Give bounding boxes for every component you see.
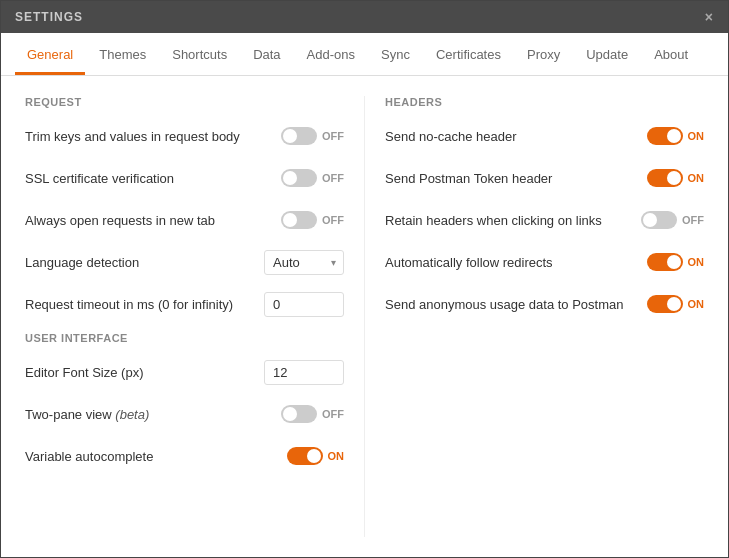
tab-about[interactable]: About [642,33,700,75]
retain-headers-state: OFF [682,214,704,226]
setting-postman-token: Send Postman Token header ON [385,164,704,192]
two-pane-label: Two-pane view (beta) [25,407,281,422]
ssl-toggle[interactable]: OFF [281,169,344,187]
two-pane-track[interactable] [281,405,317,423]
new-tab-thumb [283,213,297,227]
setting-autocomplete: Variable autocomplete ON [25,442,344,470]
autocomplete-state: ON [328,450,345,462]
trim-keys-thumb [283,129,297,143]
ssl-track[interactable] [281,169,317,187]
tab-certificates[interactable]: Certificates [424,33,513,75]
nav-tabs: General Themes Shortcuts Data Add-ons Sy… [1,33,728,76]
setting-retain-headers: Retain headers when clicking on links OF… [385,206,704,234]
setting-trim-keys: Trim keys and values in request body OFF [25,122,344,150]
retain-headers-toggle[interactable]: OFF [641,211,704,229]
no-cache-thumb [667,129,681,143]
language-label: Language detection [25,255,264,270]
new-tab-track[interactable] [281,211,317,229]
no-cache-state: ON [688,130,705,142]
autocomplete-toggle[interactable]: ON [287,447,345,465]
tab-update[interactable]: Update [574,33,640,75]
new-tab-label: Always open requests in new tab [25,213,281,228]
no-cache-track[interactable] [647,127,683,145]
settings-window: SETTINGS × General Themes Shortcuts Data… [0,0,729,558]
tab-sync[interactable]: Sync [369,33,422,75]
trim-keys-label: Trim keys and values in request body [25,129,281,144]
setting-language: Language detection Auto ▾ [25,248,344,276]
postman-token-track[interactable] [647,169,683,187]
trim-keys-track[interactable] [281,127,317,145]
ssl-state: OFF [322,172,344,184]
close-button[interactable]: × [705,9,714,25]
language-select-wrapper: Auto ▾ [264,250,344,275]
autocomplete-label: Variable autocomplete [25,449,287,464]
tab-data[interactable]: Data [241,33,292,75]
setting-two-pane: Two-pane view (beta) OFF [25,400,344,428]
request-section-title: REQUEST [25,96,344,108]
setting-ssl: SSL certificate verification OFF [25,164,344,192]
window-title: SETTINGS [15,10,83,24]
timeout-input[interactable] [264,292,344,317]
two-pane-thumb [283,407,297,421]
tab-proxy[interactable]: Proxy [515,33,572,75]
retain-headers-track[interactable] [641,211,677,229]
setting-no-cache: Send no-cache header ON [385,122,704,150]
follow-redirects-toggle[interactable]: ON [647,253,705,271]
ssl-label: SSL certificate verification [25,171,281,186]
tab-shortcuts[interactable]: Shortcuts [160,33,239,75]
follow-redirects-track[interactable] [647,253,683,271]
usage-data-label: Send anonymous usage data to Postman [385,297,647,312]
trim-keys-toggle[interactable]: OFF [281,127,344,145]
font-size-input[interactable] [264,360,344,385]
postman-token-thumb [667,171,681,185]
language-select[interactable]: Auto [264,250,344,275]
setting-font-size: Editor Font Size (px) [25,358,344,386]
headers-section-title: HEADERS [385,96,704,108]
ssl-thumb [283,171,297,185]
tab-themes[interactable]: Themes [87,33,158,75]
postman-token-state: ON [688,172,705,184]
ui-section-title: USER INTERFACE [25,332,344,344]
setting-timeout: Request timeout in ms (0 for infinity) [25,290,344,318]
new-tab-state: OFF [322,214,344,226]
follow-redirects-thumb [667,255,681,269]
setting-new-tab: Always open requests in new tab OFF [25,206,344,234]
trim-keys-state: OFF [322,130,344,142]
font-size-label: Editor Font Size (px) [25,365,264,380]
retain-headers-thumb [643,213,657,227]
autocomplete-track[interactable] [287,447,323,465]
two-pane-toggle[interactable]: OFF [281,405,344,423]
follow-redirects-state: ON [688,256,705,268]
postman-token-label: Send Postman Token header [385,171,647,186]
usage-data-thumb [667,297,681,311]
usage-data-toggle[interactable]: ON [647,295,705,313]
right-column: HEADERS Send no-cache header ON Send Pos… [364,96,704,537]
timeout-label: Request timeout in ms (0 for infinity) [25,297,264,312]
tab-addons[interactable]: Add-ons [295,33,367,75]
follow-redirects-label: Automatically follow redirects [385,255,647,270]
setting-follow-redirects: Automatically follow redirects ON [385,248,704,276]
retain-headers-label: Retain headers when clicking on links [385,213,641,228]
tab-general[interactable]: General [15,33,85,75]
setting-usage-data: Send anonymous usage data to Postman ON [385,290,704,318]
titlebar: SETTINGS × [1,1,728,33]
no-cache-label: Send no-cache header [385,129,647,144]
two-pane-state: OFF [322,408,344,420]
usage-data-track[interactable] [647,295,683,313]
left-column: REQUEST Trim keys and values in request … [25,96,364,537]
postman-token-toggle[interactable]: ON [647,169,705,187]
usage-data-state: ON [688,298,705,310]
settings-content: REQUEST Trim keys and values in request … [1,76,728,557]
no-cache-toggle[interactable]: ON [647,127,705,145]
new-tab-toggle[interactable]: OFF [281,211,344,229]
autocomplete-thumb [307,449,321,463]
